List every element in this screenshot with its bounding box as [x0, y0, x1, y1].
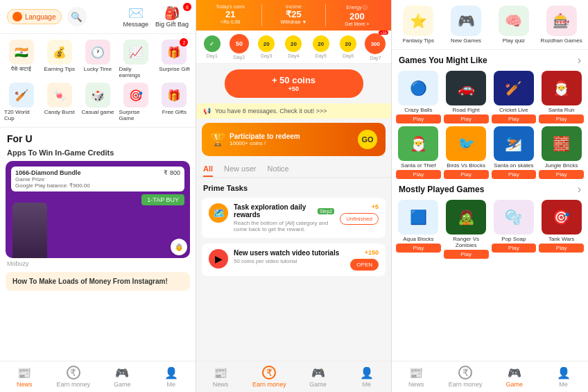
grid-item-8[interactable]: 🎯 Surprise Game	[118, 81, 155, 123]
day-item-3[interactable]: 20 Day4	[281, 35, 306, 58]
grid-icon-4: 🎁 2	[162, 40, 187, 65]
day-item-6[interactable]: 300 +1k Day7	[363, 33, 388, 60]
day-item-2[interactable]: 20 Day3	[254, 35, 279, 58]
task-desc-1: 50 coins per video tutorial	[234, 258, 345, 264]
ranger-zombies-play-btn[interactable]: Play	[444, 250, 489, 259]
news-icon: 📰	[214, 366, 227, 380]
tab-new-user[interactable]: New user	[224, 164, 256, 177]
task-info-1: New users watch video tutorials 50 coins…	[234, 249, 345, 264]
mid-top-bar: Today's coins 21 =Rs 0.08 Income ₹25 Wit…	[196, 0, 391, 31]
mostly-played-arrow[interactable]: ›	[578, 183, 581, 196]
grid-item-0[interactable]: 🇮🇳 पैसे कटाई	[3, 38, 40, 80]
new-games-icon: 🎮	[451, 6, 481, 36]
santa-thief-name: Santa or Thief	[401, 162, 435, 169]
jungle-bricks-thumb: 🧱	[542, 126, 582, 161]
left-nav-news[interactable]: 📰 News	[0, 366, 49, 388]
fantasy-icon: ⭐	[403, 6, 433, 36]
task-reward-1: +150	[365, 249, 379, 256]
left-grid: 🇮🇳 पैसे कटाई 💰 Earning Tips 🕐 Lucky Time…	[0, 34, 196, 128]
game-card-tank-wars: 🎯 Tank Wars Play	[539, 200, 584, 259]
right-icon-rozdhan[interactable]: 🎰 Rozdhan Games	[539, 6, 584, 44]
task-btn-1[interactable]: OPEN	[350, 259, 379, 271]
coins-button[interactable]: + 50 coins +50	[225, 69, 363, 98]
aqua-blocks-play-btn[interactable]: Play	[396, 244, 441, 253]
tank-wars-play-btn[interactable]: Play	[539, 244, 584, 253]
game-icon: 🎮	[115, 366, 129, 380]
santa-run-play-btn[interactable]: Play	[539, 114, 584, 123]
mid-nav-news[interactable]: 📰 News	[196, 366, 245, 388]
language-button[interactable]: Language	[7, 9, 62, 24]
santa-skates-play-btn[interactable]: Play	[492, 170, 537, 179]
game-icon: 🎮	[311, 366, 325, 380]
tab-all[interactable]: All	[203, 164, 213, 177]
cricket-live-play-btn[interactable]: Play	[492, 114, 537, 123]
grid-item-1[interactable]: 💰 Earning Tips	[41, 38, 78, 80]
right-nav-earn[interactable]: ₹ Earn money	[441, 366, 490, 388]
jungle-bricks-play-btn[interactable]: Play	[539, 170, 584, 179]
crazy-balls-thumb: 🔵	[398, 71, 438, 105]
left-nav-me[interactable]: 👤 Me	[147, 366, 196, 388]
right-nav-news[interactable]: 📰 News	[392, 366, 441, 388]
right-icon-new-games[interactable]: 🎮 New Games	[444, 6, 489, 44]
crazy-balls-play-btn[interactable]: Play	[396, 114, 441, 123]
news-icon: 📰	[409, 366, 423, 380]
day-item-4[interactable]: 20 Day5	[308, 35, 334, 58]
game-card-santa-skates: ⛷️ Santa on skates Play	[492, 126, 537, 179]
search-button[interactable]: 🔍	[67, 7, 87, 26]
left-nav-game[interactable]: 🎮 Game	[98, 366, 147, 388]
mid-nav-me[interactable]: 👤 Me	[343, 366, 391, 388]
road-fight-name: Road Fight	[453, 107, 480, 113]
mid-nav-earn[interactable]: ₹ Earn money	[245, 366, 293, 388]
right-icon-quiz[interactable]: 🧠 Play quiz	[492, 6, 537, 44]
task-icon-0: 🗺️	[209, 203, 228, 223]
grid-item-3[interactable]: 📈 Daily earnings	[118, 38, 155, 80]
game-card-santa-thief: 🎅 Santa or Thief Play	[396, 126, 441, 179]
santa-skates-name: Santa on skates	[494, 162, 533, 169]
road-fight-play-btn[interactable]: Play	[444, 114, 489, 123]
big-gift-bag-icon-item[interactable]: 🎒 8 Big Gift Bag	[155, 6, 189, 28]
day-item-1[interactable]: 50 Day2	[226, 34, 252, 60]
birds-blocks-thumb: 🐦	[446, 126, 486, 161]
might-like-arrow[interactable]: ›	[578, 54, 581, 67]
grid-item-9[interactable]: 🎁 Free Gifts	[156, 81, 193, 123]
right-icon-fantasy[interactable]: ⭐ Fantasy Tips	[396, 6, 441, 44]
santa-thief-play-btn[interactable]: Play	[396, 170, 441, 179]
tap-buy-button[interactable]: 1-TAP BUY	[141, 194, 184, 205]
go-button[interactable]: GO	[358, 130, 377, 149]
day-item-0[interactable]: ✓ Day1	[199, 35, 225, 58]
might-like-grid-2: 🎅 Santa or Thief Play 🐦 Birds Vs Blocks …	[392, 126, 588, 179]
grid-item-2[interactable]: 🕐 Lucky Time	[79, 38, 116, 80]
task-info-0: Task exploration daily rewards Step2 Rea…	[234, 203, 334, 232]
right-nav-game[interactable]: 🎮 Game	[490, 366, 539, 388]
coins-btn-label: + 50 coins	[272, 75, 315, 85]
task-btn-0[interactable]: Unfinished	[340, 213, 379, 225]
game-card-ranger-zombies: 🧟 Ranger Vs Zombies Play	[444, 200, 489, 259]
redeem-banner[interactable]: 🏆 Participate to redeem 10000+ coins ! G…	[202, 123, 386, 156]
me-icon: 👤	[360, 366, 374, 380]
cricket-live-name: Cricket Live	[499, 107, 528, 113]
message-icon: 📢	[203, 108, 211, 114]
days-row: ✓ Day1 50 Day2 20 Day3 20 Day4 20 Day5 2…	[196, 31, 391, 64]
mid-stat-income[interactable]: Income ₹25 Withdraw ▼	[265, 4, 322, 26]
grid-item-5[interactable]: 🏏 T20 World Cup	[3, 81, 40, 123]
promo-card[interactable]: 1066-Diamond Bundle Game Prize ₹ 800 Goo…	[6, 161, 190, 258]
grid-item-7[interactable]: 🎲 Casual game	[79, 81, 116, 123]
task-reward-0: +5	[372, 203, 379, 210]
task-icon-1: ▶	[209, 249, 228, 269]
birds-blocks-play-btn[interactable]: Play	[444, 170, 489, 179]
instagram-card[interactable]: How To Make Loads of Money From Instagra…	[6, 272, 190, 291]
globe-icon	[12, 12, 22, 22]
grid-item-6[interactable]: 🍬 Candy Burst	[41, 81, 78, 123]
mid-stat-energy[interactable]: Energy ⓘ 200 Get More >	[329, 4, 386, 26]
mostly-played-header: Mostly Played Games ›	[392, 179, 588, 200]
left-nav-earn[interactable]: ₹ Earn money	[49, 366, 98, 388]
right-nav-me[interactable]: 👤 Me	[539, 366, 588, 388]
day-item-5[interactable]: 20 Day6	[335, 35, 361, 58]
grid-item-4[interactable]: 🎁 2 Surprise Gift	[156, 38, 193, 80]
prime-tasks-title: Prime Tasks	[196, 178, 391, 195]
message-bar[interactable]: 📢 You have 8 messages. Check it out! >>>	[196, 103, 391, 119]
pop-soap-play-btn[interactable]: Play	[492, 244, 537, 253]
mid-nav-game[interactable]: 🎮 Game	[294, 366, 343, 388]
message-icon-item[interactable]: ✉️ Message	[123, 6, 148, 28]
tab-notice[interactable]: Notice	[268, 164, 289, 177]
